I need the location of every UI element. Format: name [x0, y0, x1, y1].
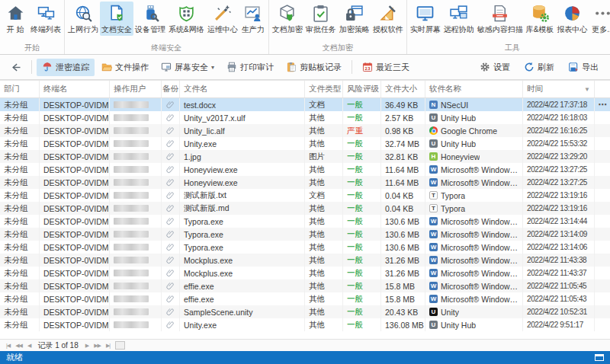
ribbon-button[interactable]: 加密策略 — [338, 2, 371, 36]
table-row[interactable]: 未分组 DESKTOP-0VIDMDJ SampleScene.unity 其他… — [0, 305, 610, 318]
table-row[interactable]: 未分组 DESKTOP-0VIDMDJ Typora.exe 其他 一般 130… — [0, 215, 610, 228]
row-actions-button[interactable] — [595, 305, 610, 318]
table-row[interactable]: 未分组 DESKTOP-0VIDMDJ effie.exe 其他 一般 15.8… — [0, 279, 610, 292]
table-row[interactable]: 未分组 DESKTOP-0VIDMDJ Unity_lic.alf 其他 严重 … — [0, 124, 610, 137]
paperclip-icon[interactable] — [166, 204, 175, 212]
row-actions-button[interactable]: ⋯ — [595, 98, 610, 111]
toolbar-right-button[interactable]: 导出 — [563, 59, 604, 76]
last-page-button[interactable]: ▶| — [104, 343, 111, 349]
column-header-software[interactable]: 软件名称 — [425, 81, 523, 97]
toolbar-right-button[interactable]: 刷新 — [518, 59, 560, 76]
paperclip-icon[interactable] — [166, 321, 175, 329]
toolbar-button[interactable]: 泄密追踪 — [37, 59, 95, 76]
ribbon-button[interactable]: 更多... — [589, 2, 610, 36]
pager-extra-button[interactable] — [115, 341, 125, 350]
back-button[interactable] — [6, 60, 27, 75]
table-row[interactable]: 未分组 DESKTOP-0VIDMDJ Typora.exe 其他 一般 130… — [0, 241, 610, 254]
paperclip-icon[interactable] — [166, 308, 175, 316]
row-actions-button[interactable] — [595, 292, 610, 305]
ribbon-button[interactable]: 上网行为 — [66, 2, 100, 36]
paperclip-icon[interactable] — [166, 101, 175, 109]
paperclip-icon[interactable] — [166, 178, 175, 187]
table-row[interactable]: 未分组 DESKTOP-0VIDMDJ Typora.exe 其他 一般 130… — [0, 228, 610, 241]
row-actions-button[interactable] — [595, 202, 610, 215]
paperclip-icon[interactable] — [166, 165, 175, 174]
paperclip-icon[interactable] — [166, 113, 175, 122]
paperclip-icon[interactable] — [166, 217, 175, 225]
table-row[interactable]: 未分组 DESKTOP-0VIDMDJ Unity.exe 其他 一般 32.7… — [0, 137, 610, 150]
next-record-button[interactable]: ▶ — [84, 343, 90, 349]
column-header-filesize[interactable]: 文件大小 — [381, 81, 425, 97]
column-header-department[interactable]: 部门 — [0, 81, 40, 97]
toolbar-button[interactable]: 剪贴板记录 — [281, 59, 347, 76]
column-header-time[interactable]: 时间 ▼ — [523, 81, 595, 97]
row-actions-button[interactable] — [595, 150, 610, 163]
table-row[interactable]: 未分组 DESKTOP-0VIDMDJ Unity_v2017.x.ulf 其他… — [0, 111, 610, 124]
table-row[interactable]: 未分组 DESKTOP-0VIDMDJ 测试新版.txt 文档 一般 0.04 … — [0, 189, 610, 202]
row-actions-button[interactable] — [595, 215, 610, 228]
row-actions-button[interactable] — [595, 163, 610, 176]
toolbar-button[interactable]: 打印审计 — [221, 59, 279, 76]
prev-record-button[interactable]: ◀ — [26, 343, 32, 349]
row-actions-button[interactable] — [595, 137, 610, 150]
table-row[interactable]: 未分组 DESKTOP-0VIDMDJ Mockplus.exe 其他 一般 3… — [0, 267, 610, 279]
ribbon-button[interactable]: 系统&网络 — [167, 2, 206, 36]
date-filter-button[interactable]: 最近三天 — [357, 59, 415, 76]
paperclip-icon[interactable] — [166, 152, 175, 161]
column-header-filename[interactable]: 文件名 — [180, 81, 305, 97]
paperclip-icon[interactable] — [166, 243, 175, 251]
paperclip-icon[interactable] — [166, 295, 175, 303]
paperclip-icon[interactable] — [166, 282, 175, 290]
ribbon-button[interactable]: 库&模板 — [525, 2, 556, 36]
row-actions-button[interactable] — [595, 318, 610, 331]
ribbon-button[interactable]: 文档加密 — [271, 2, 304, 36]
table-row[interactable]: 未分组 DESKTOP-0VIDMDJ Mockplus.exe 其他 一般 3… — [0, 254, 610, 267]
ribbon-button[interactable]: 审批任务 — [304, 2, 338, 36]
paperclip-icon[interactable] — [166, 230, 175, 238]
window-status-icon[interactable] — [595, 354, 604, 361]
column-header-filetype[interactable]: 文件类型 — [305, 81, 343, 97]
table-row[interactable]: 未分组 DESKTOP-0VIDMDJ 测试新版.md 其他 一般 0.04 K… — [0, 202, 610, 215]
ribbon-button[interactable]: 实时屏幕 — [409, 2, 442, 36]
row-actions-button[interactable] — [595, 254, 610, 267]
row-actions-button[interactable] — [595, 228, 610, 241]
ribbon-button[interactable]: 授权软件 — [371, 2, 405, 36]
table-row[interactable]: 未分组 DESKTOP-0VIDMDJ Honeyview.exe 其他 一般 … — [0, 163, 610, 176]
ribbon-button[interactable]: 远程协助 — [442, 2, 476, 36]
column-header-user[interactable]: 操作用户 — [110, 81, 162, 97]
paperclip-icon[interactable] — [166, 191, 175, 200]
column-header-terminal[interactable]: 终端名 — [40, 81, 110, 97]
ribbon-button[interactable]: 开 始 — [2, 2, 29, 36]
row-actions-button[interactable] — [595, 176, 610, 189]
ribbon-button[interactable]: 终端列表 — [29, 2, 63, 36]
row-actions-button[interactable] — [595, 267, 610, 279]
column-header-backup[interactable]: 备份 — [162, 81, 180, 97]
prev-page-button[interactable]: ◀◀ — [14, 343, 24, 349]
first-page-button[interactable]: |◀ — [5, 343, 11, 349]
next-page-button[interactable]: ▶▶ — [92, 343, 102, 349]
column-header-risk[interactable]: 风险评级 — [343, 81, 381, 97]
row-actions-button[interactable] — [595, 111, 610, 124]
row-actions-button[interactable] — [595, 124, 610, 137]
table-row[interactable]: 未分组 DESKTOP-0VIDMDJ test.docx 文档 一般 36.4… — [0, 98, 610, 111]
ribbon-button[interactable]: 报表中心 — [555, 2, 589, 36]
ribbon-button[interactable]: 文档安全 — [100, 2, 133, 36]
table-row[interactable]: 未分组 DESKTOP-0VIDMDJ Unity.exe 其他 一般 136.… — [0, 318, 610, 331]
paperclip-icon[interactable] — [166, 139, 175, 148]
paperclip-icon[interactable] — [166, 269, 175, 277]
paperclip-icon[interactable] — [166, 126, 175, 135]
row-actions-button[interactable] — [595, 189, 610, 202]
ribbon-button[interactable]: 敏感内容扫描 — [476, 2, 525, 36]
ribbon-button[interactable]: 运维中心 — [206, 2, 239, 36]
row-actions-button[interactable] — [595, 279, 610, 292]
toolbar-button[interactable]: 文件操作 — [96, 59, 154, 76]
table-row[interactable]: 未分组 DESKTOP-0VIDMDJ 1.jpg 图片 一般 32.81 KB… — [0, 150, 610, 163]
toolbar-right-button[interactable]: 设置 — [474, 59, 515, 76]
ribbon-button[interactable]: 设备管理 — [133, 2, 167, 36]
ribbon-button[interactable]: 生产力 — [239, 2, 267, 36]
row-actions-button[interactable] — [595, 241, 610, 254]
toolbar-button[interactable]: 屏幕安全 ▾ — [156, 59, 220, 76]
table-row[interactable]: 未分组 DESKTOP-0VIDMDJ effie.exe 其他 一般 15.8… — [0, 292, 610, 305]
table-row[interactable]: 未分组 DESKTOP-0VIDMDJ Honeyview.exe 其他 一般 … — [0, 176, 610, 189]
paperclip-icon[interactable] — [166, 256, 175, 264]
